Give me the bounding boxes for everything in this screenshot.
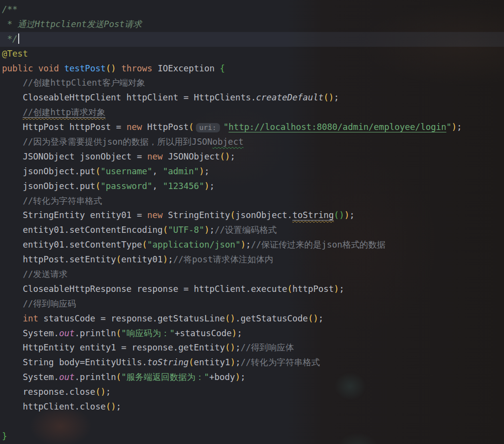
- code-token: ): [344, 210, 349, 220]
- code-token: "password": [100, 181, 152, 191]
- code-token: ): [334, 284, 339, 294]
- code-token: "admin": [163, 166, 199, 176]
- code-token: [2, 107, 23, 117]
- code-line: StringEntity entity01 = new StringEntity…: [0, 208, 504, 223]
- code-token: "username": [100, 166, 152, 176]
- code-token: ;: [318, 314, 324, 323]
- code-token: @Test: [2, 49, 28, 59]
- code-line: httpClient.close();: [0, 400, 504, 414]
- code-line: * 通过Httpclient发送Post请求: [0, 17, 504, 32]
- code-token: [33, 63, 38, 73]
- code-token: toString: [292, 210, 334, 221]
- code-token: (): [106, 402, 116, 412]
- code-token: ;: [349, 210, 355, 220]
- code-token: toString: [147, 357, 189, 367]
- code-token: ;: [209, 181, 215, 191]
- code-token: out: [59, 372, 75, 382]
- code-token: ;: [237, 328, 242, 338]
- code-token: .getStatusCode: [235, 314, 308, 323]
- code-token: //保证传过来的是json格式的数据: [251, 240, 385, 250]
- code-token: ;: [230, 152, 236, 161]
- code-token: public: [2, 63, 33, 73]
- code-token: //因为登录需要提供json的数据，所以用到JSON: [23, 137, 212, 147]
- code-token: CloseableHttpResponse response = httpCli…: [2, 284, 287, 294]
- code-line: //创建http请求对象: [0, 105, 504, 120]
- code-token: "响应码为：": [121, 328, 175, 338]
- code-token: new: [147, 152, 163, 161]
- code-line: /**: [0, 2, 504, 17]
- code-line: String body=EntityUtils.toString(entity1…: [0, 355, 504, 370]
- code-line: //得到响应码: [0, 297, 504, 312]
- code-line: CloseableHttpClient httpClient = HttpCli…: [0, 91, 504, 105]
- code-token: /**: [2, 4, 18, 14]
- code-token: ,: [153, 166, 163, 176]
- code-token: ;: [106, 387, 111, 397]
- code-token: ;: [457, 122, 462, 132]
- code-token: ;: [116, 402, 122, 412]
- code-token: }: [2, 431, 7, 441]
- code-token: //创建http请求对象: [23, 107, 105, 118]
- code-token: (): [106, 63, 116, 73]
- code-line: System.out.println("响应码为："+statusCode);: [0, 326, 504, 341]
- code-token: * 通过Httpclient发送Post请求: [2, 19, 142, 29]
- code-token: String body=EntityUtils.: [2, 357, 147, 367]
- code-line: System.out.println("服务端返回数据为："+body);: [0, 370, 504, 385]
- code-token: ;: [209, 225, 215, 235]
- code-token: new: [126, 122, 142, 132]
- code-line: HttpPost httpPost = new HttpPost(uri:"ht…: [0, 120, 504, 135]
- code-token: http://localhost:8080/admin/employee/log…: [228, 122, 446, 132]
- code-token: .println: [75, 372, 116, 382]
- code-token: (): [225, 343, 235, 352]
- code-line: entity01.setContentType("application/jso…: [0, 238, 504, 253]
- code-token: [2, 196, 23, 206]
- code-token: [2, 269, 23, 279]
- code-token: ": [223, 122, 229, 132]
- code-token: ;: [334, 93, 339, 102]
- code-token: CloseableHttpClient httpClient = HttpCli…: [2, 93, 256, 102]
- code-area[interactable]: /** * 通过Httpclient发送Post请求 */@Testpublic…: [0, 0, 504, 444]
- code-line: [0, 414, 504, 429]
- code-token: "服务端返回数据为：": [121, 372, 209, 382]
- code-token: //创建httpClient客户端对象: [23, 78, 145, 88]
- code-token: ): [163, 254, 168, 264]
- code-token: jsonObject.put: [2, 181, 95, 191]
- code-token: int: [23, 314, 38, 323]
- code-token: ;: [339, 284, 345, 294]
- code-token: entity01.setContentEncoding: [2, 225, 163, 235]
- code-token: System.: [2, 328, 59, 338]
- code-token: entity1: [194, 357, 230, 367]
- code-token: [2, 299, 23, 309]
- code-line: //转化为字符串格式: [0, 194, 504, 209]
- code-token: ,: [153, 181, 163, 191]
- text-caret: [18, 33, 19, 44]
- code-token: ;: [240, 372, 246, 382]
- code-token: out: [59, 328, 75, 338]
- code-line: //因为登录需要提供json的数据，所以用到JSONobject: [0, 135, 504, 150]
- code-token: (: [95, 166, 101, 176]
- code-token: (): [220, 152, 230, 161]
- code-token: JSONObject: [163, 152, 220, 161]
- code-line: public void testPost() throws IOExceptio…: [0, 62, 504, 76]
- code-token: ;: [204, 166, 210, 176]
- code-token: throws: [121, 63, 152, 73]
- code-line: httpPost.setEntity(entity01);//将post请求体注…: [0, 253, 504, 267]
- code-token: "UTF-8": [168, 225, 204, 235]
- code-token: HttpEntity entity1 = response.getEntity: [2, 343, 225, 352]
- code-token: [2, 78, 23, 88]
- code-token: //将post请求体注如体内: [173, 254, 273, 264]
- code-line: int statusCode = response.getStatusLine(…: [0, 312, 504, 326]
- code-token: HttpPost: [142, 122, 189, 132]
- code-token: (): [308, 314, 318, 323]
- code-token: (): [225, 314, 235, 323]
- code-token: (: [163, 225, 168, 235]
- code-line: jsonObject.put("username", "admin");: [0, 164, 504, 179]
- code-token: (): [95, 387, 106, 397]
- code-editor[interactable]: /** * 通过Httpclient发送Post请求 */@Testpublic…: [0, 0, 504, 444]
- code-token: ;: [168, 254, 173, 264]
- code-token: ): [230, 357, 236, 367]
- code-token: ): [451, 122, 457, 132]
- code-token: "123456": [163, 181, 204, 191]
- code-token: ): [241, 240, 246, 250]
- code-line: //发送请求: [0, 267, 504, 282]
- code-token: statusCode = response.getStatusLine: [38, 314, 225, 323]
